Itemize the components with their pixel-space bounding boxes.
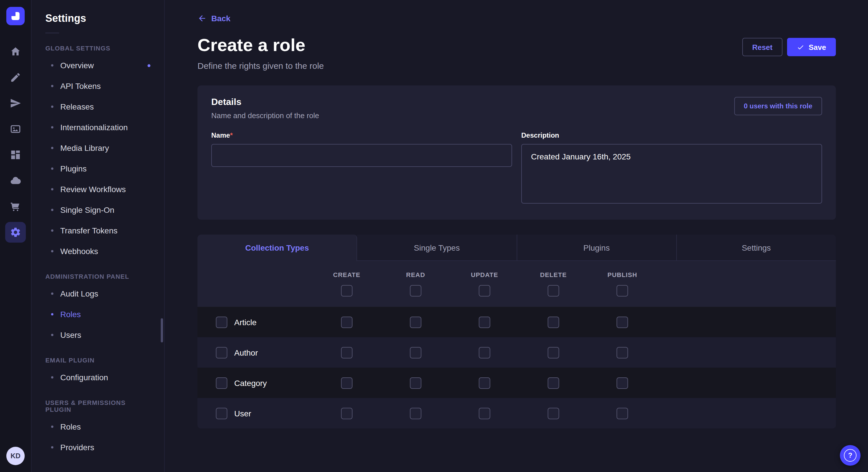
cell-delete [519, 347, 588, 358]
sidebar-item-label: Review Workflows [60, 184, 126, 194]
sidebar-item-media-library[interactable]: Media Library [32, 138, 164, 158]
select-all-delete-checkbox[interactable] [548, 285, 559, 297]
permission-checkbox[interactable] [479, 347, 490, 358]
settings-gear-icon[interactable] [5, 222, 26, 243]
bullet-icon [51, 147, 53, 149]
permission-checkbox[interactable] [410, 316, 422, 328]
users-with-role-label: 0 users with this role [744, 102, 812, 110]
row-select-all-checkbox[interactable] [216, 316, 227, 328]
sidebar-item-up-roles[interactable]: Roles [32, 416, 164, 437]
row-label: Author [234, 348, 258, 357]
select-all-publish-checkbox[interactable] [617, 285, 628, 297]
users-with-role-button[interactable]: 0 users with this role [734, 97, 822, 115]
sidebar-item-transfer-tokens[interactable]: Transfer Tokens [32, 220, 164, 241]
row-select-all-checkbox[interactable] [216, 347, 227, 358]
cell-delete [519, 377, 588, 389]
cart-icon[interactable] [5, 196, 26, 217]
pencil-icon[interactable] [5, 67, 26, 88]
back-link[interactable]: Back [197, 14, 230, 23]
page-title: Create a role [197, 34, 324, 56]
reset-button[interactable]: Reset [742, 38, 782, 56]
sidebar-item-label: Releases [60, 102, 94, 112]
cell-publish [588, 316, 657, 328]
row-select-all-checkbox[interactable] [216, 377, 227, 389]
sidebar-item-label: Providers [60, 442, 94, 452]
permission-checkbox[interactable] [548, 377, 559, 389]
select-all-read-checkbox[interactable] [410, 285, 422, 297]
permission-checkbox[interactable] [548, 347, 559, 358]
bullet-icon [51, 126, 53, 129]
header-actions: Reset Save [742, 38, 836, 56]
permission-checkbox[interactable] [479, 407, 490, 419]
tab-plugins[interactable]: Plugins [517, 235, 677, 261]
details-form: Name* Description Created January 16th, … [211, 131, 822, 206]
sidebar-item-single-sign-on[interactable]: Single Sign-On [32, 200, 164, 220]
cloud-icon[interactable] [5, 170, 26, 191]
layout-icon[interactable] [5, 144, 26, 165]
sidebar-item-internationalization[interactable]: Internationalization [32, 117, 164, 138]
cell-update [450, 407, 519, 419]
permission-checkbox[interactable] [548, 407, 559, 419]
cell-read [381, 407, 450, 419]
bullet-icon [51, 105, 53, 108]
home-icon[interactable] [5, 41, 26, 62]
sidebar-item-users[interactable]: Users [32, 325, 164, 345]
sidebar-item-releases[interactable]: Releases [32, 96, 164, 117]
cell-create [312, 377, 381, 389]
user-avatar[interactable]: KD [6, 447, 25, 465]
cell-publish [588, 347, 657, 358]
permission-checkbox[interactable] [548, 316, 559, 328]
save-button[interactable]: Save [787, 38, 836, 56]
sidebar-item-label: Transfer Tokens [60, 225, 117, 236]
help-button[interactable]: ? [840, 445, 861, 466]
permission-checkbox[interactable] [341, 377, 352, 389]
cell-update [450, 316, 519, 328]
permission-checkbox[interactable] [617, 407, 628, 419]
permissions-tab-bar: Collection Types Single Types Plugins Se… [197, 235, 836, 261]
sidebar-item-configuration[interactable]: Configuration [32, 367, 164, 388]
table-row-article: Article [197, 307, 836, 337]
bullet-icon [51, 334, 53, 336]
permission-checkbox[interactable] [479, 377, 490, 389]
tab-settings[interactable]: Settings [677, 235, 836, 261]
column-delete: DELETE [519, 271, 588, 297]
permission-checkbox[interactable] [617, 347, 628, 358]
sidebar-item-review-workflows[interactable]: Review Workflows [32, 179, 164, 200]
name-input[interactable] [211, 144, 512, 167]
select-all-update-checkbox[interactable] [479, 285, 490, 297]
permission-checkbox[interactable] [341, 316, 352, 328]
permission-checkbox[interactable] [410, 377, 422, 389]
sidebar-scrollbar-thumb[interactable] [161, 318, 163, 342]
sidebar-item-audit-logs[interactable]: Audit Logs [32, 283, 164, 304]
tab-label: Single Types [414, 243, 460, 252]
select-all-create-checkbox[interactable] [341, 285, 352, 297]
permissions-card: Collection Types Single Types Plugins Se… [197, 235, 836, 429]
cell-read [381, 377, 450, 389]
sidebar-item-roles[interactable]: Roles [32, 304, 164, 325]
media-icon[interactable] [5, 119, 26, 139]
sidebar-item-webhooks[interactable]: Webhooks [32, 241, 164, 262]
permission-checkbox[interactable] [410, 407, 422, 419]
sidebar-item-plugins[interactable]: Plugins [32, 158, 164, 179]
tab-single-types[interactable]: Single Types [358, 235, 517, 261]
strapi-logo[interactable] [6, 7, 25, 25]
bullet-icon [51, 376, 53, 378]
permission-checkbox[interactable] [479, 316, 490, 328]
paper-plane-icon[interactable] [5, 93, 26, 113]
permission-checkbox[interactable] [341, 347, 352, 358]
name-field-group: Name* [211, 131, 512, 167]
permission-checkbox[interactable] [617, 377, 628, 389]
sidebar-item-api-tokens[interactable]: API Tokens [32, 76, 164, 96]
permission-checkbox[interactable] [617, 316, 628, 328]
tab-collection-types[interactable]: Collection Types [197, 235, 358, 261]
permission-checkbox[interactable] [341, 407, 352, 419]
tab-label: Plugins [583, 243, 610, 252]
row-select-all-checkbox[interactable] [216, 407, 227, 419]
permission-checkbox[interactable] [410, 347, 422, 358]
description-textarea[interactable]: Created January 16th, 2025 [521, 144, 822, 204]
row-label: User [234, 409, 251, 418]
sidebar-item-providers[interactable]: Providers [32, 437, 164, 458]
row-name-cell: User [197, 407, 312, 419]
sidebar-item-overview[interactable]: Overview [32, 55, 164, 76]
sidebar-item-label: Configuration [60, 372, 108, 382]
